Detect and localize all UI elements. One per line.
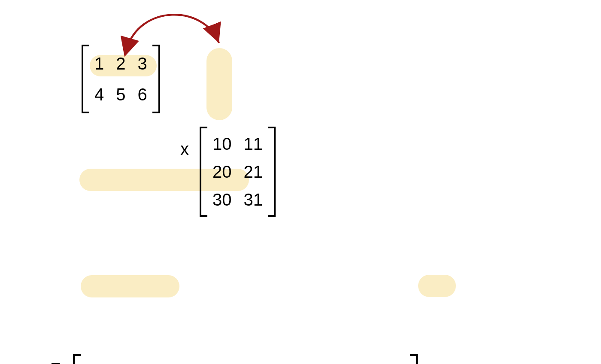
matrix-b-row-1: 2021 xyxy=(212,160,263,183)
cell: 31 xyxy=(244,190,263,209)
matrix-a: 123 456 xyxy=(82,45,601,113)
cell: 1 xyxy=(94,54,104,73)
cell: 4 xyxy=(94,85,104,104)
highlight-exp2-00 xyxy=(81,275,179,297)
cell: 5 xyxy=(116,85,125,104)
cell: 3 xyxy=(138,54,147,73)
matrix-b-row-2: 3031 xyxy=(212,188,263,211)
cell: 6 xyxy=(138,85,147,104)
cell: 2 xyxy=(116,54,125,73)
expansion-matrix-1: 1x10 + 2x20 + 3x301x11 + 2x21 + 3x31 4x1… xyxy=(73,354,601,364)
matrix-b-row-0: 1011 xyxy=(212,132,263,155)
row-to-column-arrow-icon xyxy=(75,0,273,52)
cell: 10 xyxy=(212,134,232,153)
cell: 30 xyxy=(212,190,232,209)
cell: 21 xyxy=(244,162,263,181)
highlight-result-00 xyxy=(418,275,456,297)
cell: 11 xyxy=(244,134,263,153)
matrix-a-row-1: 456 xyxy=(94,83,147,106)
matrix-b: 1011 2021 3031 xyxy=(200,127,601,217)
exp1-row-0: 1x10 + 2x20 + 3x301x11 + 2x21 + 3x31 xyxy=(86,361,405,364)
matrix-a-row-0: 123 xyxy=(94,52,147,75)
cell: 20 xyxy=(212,162,232,181)
